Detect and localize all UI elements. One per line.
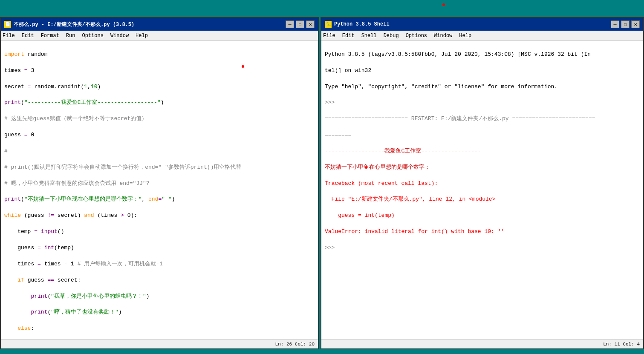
code-line-6: guess = 0	[4, 131, 315, 139]
code-line-14: times = times - 1 # 用户每输入一次，可用机会就-1	[4, 260, 315, 268]
shell-window: 🐍 Python 3.8.5 Shell ─ □ ✕ File Edit She…	[321, 17, 644, 349]
editor-menu-file[interactable]: File	[3, 33, 15, 39]
code-line-18: else:	[4, 325, 315, 333]
code-line-13: guess = int(temp)	[4, 244, 315, 252]
code-line-1: import random	[4, 51, 315, 59]
code-line-5: # 这里先给guess赋值（赋一个绝对不等于secret的值）	[4, 115, 315, 123]
shell-title-text: Python 3.8.5 Shell	[334, 21, 390, 27]
shell-maximize-button[interactable]: □	[621, 20, 630, 28]
code-line-2: times = 3	[4, 67, 315, 75]
shell-menu-window[interactable]: Window	[434, 33, 452, 39]
shell-status-text: Ln: 11 Col: 4	[603, 342, 640, 347]
shell-line-3: Type "help", "copyright", "credits" or "…	[325, 83, 640, 91]
shell-error-line: ValueError: invalid literal for int() wi…	[325, 228, 640, 236]
shell-menu-help[interactable]: Help	[459, 33, 471, 39]
code-line-3: secret = random.randint(1,10)	[4, 83, 315, 91]
editor-menubar: File Edit Format Run Options Window Help	[1, 31, 318, 41]
editor-menu-edit[interactable]: Edit	[22, 33, 34, 39]
editor-menu-window[interactable]: Window	[110, 33, 129, 39]
code-line-15: if guess == secret:	[4, 276, 315, 285]
shell-guess-line: guess = int(temp)	[325, 212, 640, 220]
shell-restart-line: ========================= RESTART: E:/新建…	[325, 115, 640, 123]
code-line-12: temp = input()	[4, 228, 315, 236]
code-line-16: print("我草，你是小甲鱼心里的蛔虫吗？！")	[4, 293, 315, 301]
shell-status-bar: Ln: 11 Col: 4	[321, 339, 643, 348]
shell-file-line: File "E:/新建文件夹/不那么.py", line 12, in <mod…	[325, 196, 640, 204]
red-dot-2	[442, 3, 445, 6]
code-line-11: while (guess != secret) and (times > 0):	[4, 212, 315, 220]
editor-window: 📄 不那么.py - E:/新建文件夹/不那么.py (3.8.5) ─ □ ✕…	[0, 17, 319, 349]
code-line-9: # 嗯，小甲鱼觉得富有创意的你应该会尝试用 end="JJ"?	[4, 180, 315, 188]
shell-menu-options[interactable]: Options	[406, 33, 427, 39]
shell-title: 🐍 Python 3.8.5 Shell	[325, 21, 390, 28]
shell-close-button[interactable]: ✕	[631, 20, 640, 28]
editor-menu-run[interactable]: Run	[66, 33, 75, 39]
editor-minimize-button[interactable]: ─	[286, 20, 294, 28]
editor-file-icon: 📄	[4, 21, 11, 28]
editor-menu-format[interactable]: Format	[41, 33, 59, 39]
shell-menu-shell[interactable]: Shell	[361, 33, 377, 39]
code-line-10: print("不妨猜一下小甲鱼现在心里想的是哪个数字：", end=" ")	[4, 196, 315, 204]
shell-menubar: File Edit Shell Debug Options Window Hel…	[321, 31, 643, 41]
shell-question-line: 不妨猜一下小甲鱼在心里想的是哪个数字：	[325, 164, 640, 172]
code-line-4: print("----------我爱鱼C工作室----------------…	[4, 99, 315, 107]
editor-code-area[interactable]: import random times = 3 secret = random.…	[1, 41, 318, 339]
shell-line-2: tel)] on win32	[325, 67, 640, 75]
shell-traceback-line: Traceback (most recent call last):	[325, 180, 640, 188]
shell-minimize-button[interactable]: ─	[611, 20, 619, 28]
editor-menu-help[interactable]: Help	[136, 33, 148, 39]
editor-title-text: 不那么.py - E:/新建文件夹/不那么.py (3.8.5)	[14, 21, 134, 28]
desktop: 📄 不那么.py - E:/新建文件夹/不那么.py (3.8.5) ─ □ ✕…	[0, 0, 644, 354]
editor-close-button[interactable]: ✕	[306, 20, 315, 28]
editor-window-controls: ─ □ ✕	[286, 20, 315, 28]
shell-menu-file[interactable]: File	[323, 33, 335, 39]
shell-prompt-1: >>>	[325, 99, 640, 107]
shell-line-1: Python 3.8.5 (tags/v3.8.5:580fbb0, Jul 2…	[325, 51, 640, 59]
code-line-8: # print()默认是打印完字符串会自动添加一个换行符，end=" "参数告诉…	[4, 164, 315, 172]
editor-maximize-button[interactable]: □	[296, 20, 304, 28]
editor-menu-options[interactable]: Options	[82, 33, 103, 39]
shell-menu-edit[interactable]: Edit	[342, 33, 355, 39]
code-line-17: print("哼，猜中了也没有奖励！")	[4, 308, 315, 317]
editor-titlebar: 📄 不那么.py - E:/新建文件夹/不那么.py (3.8.5) ─ □ ✕	[1, 18, 318, 31]
editor-status-bar: Ln: 26 Col: 20	[1, 339, 318, 348]
shell-window-controls: ─ □ ✕	[611, 20, 640, 28]
shell-output-area[interactable]: Python 3.8.5 (tags/v3.8.5:580fbb0, Jul 2…	[321, 41, 643, 339]
shell-separator-line: ========	[325, 131, 640, 139]
shell-prompt-2: >>>	[325, 244, 640, 252]
shell-icon: 🐍	[325, 21, 332, 28]
shell-titlebar: 🐍 Python 3.8.5 Shell ─ □ ✕	[321, 18, 643, 31]
shell-studio-line: ------------------我爱鱼C工作室---------------…	[325, 147, 640, 155]
editor-title: 📄 不那么.py - E:/新建文件夹/不那么.py (3.8.5)	[4, 21, 134, 28]
red-dot-3	[365, 166, 367, 169]
shell-menu-debug[interactable]: Debug	[384, 33, 399, 39]
editor-status-text: Ln: 26 Col: 20	[275, 342, 315, 347]
code-line-7: #	[4, 147, 315, 155]
red-dot-1	[242, 65, 244, 68]
